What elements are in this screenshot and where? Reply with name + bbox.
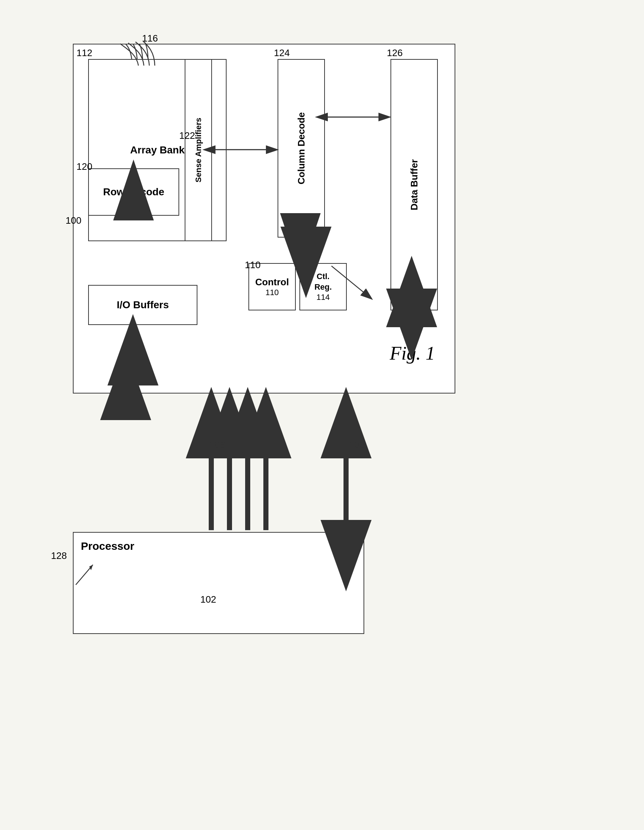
processor-label: Processor xyxy=(81,540,134,552)
control-ref: 110 xyxy=(266,288,279,297)
ref-122: 122 xyxy=(179,130,195,141)
ref-120: 120 xyxy=(76,161,92,172)
svg-text:106: 106 xyxy=(209,439,225,450)
array-bank-label: Array Bank xyxy=(130,144,184,156)
ref-110: 110 xyxy=(245,260,260,271)
control-label: Control xyxy=(255,277,289,288)
ref-102: 102 xyxy=(200,594,216,605)
row-decode-block: Row Decode xyxy=(88,168,179,216)
col-decode-label: Column Decode xyxy=(296,112,307,184)
data-buffer-label: Data Buffer xyxy=(409,159,420,210)
ref-116: 116 xyxy=(142,33,158,44)
chip-block: Array Bank Sense Amplifiers Row Decode C… xyxy=(73,44,455,393)
sense-amp-label: Sense Amplifiers xyxy=(194,118,203,182)
row-decode-label: Row Decode xyxy=(103,186,164,198)
ref-114: 114 xyxy=(296,260,312,271)
ref-100: 100 xyxy=(66,215,81,226)
col-decode-block: Column Decode xyxy=(278,59,325,238)
ref-128: 128 xyxy=(51,550,66,561)
ref-112: 112 xyxy=(76,48,92,59)
ref-124: 124 xyxy=(274,48,290,59)
diagram-container: Array Bank Sense Amplifiers Row Decode C… xyxy=(44,22,554,805)
ref-126: 126 xyxy=(387,48,402,59)
data-buffer-block: Data Buffer xyxy=(391,59,438,310)
io-buffers-block: I/O Buffers xyxy=(88,285,198,325)
ctl-reg-ref: 114 xyxy=(316,293,330,302)
sense-amp-block: Sense Amplifiers xyxy=(185,59,212,241)
fig-1-label: Fig. 1 xyxy=(390,342,435,364)
processor-block: Processor xyxy=(73,532,364,634)
ctl-reg-label: Ctl.Reg. xyxy=(314,271,332,292)
io-buffers-label: I/O Buffers xyxy=(117,299,169,311)
svg-text:108: 108 xyxy=(349,439,365,450)
